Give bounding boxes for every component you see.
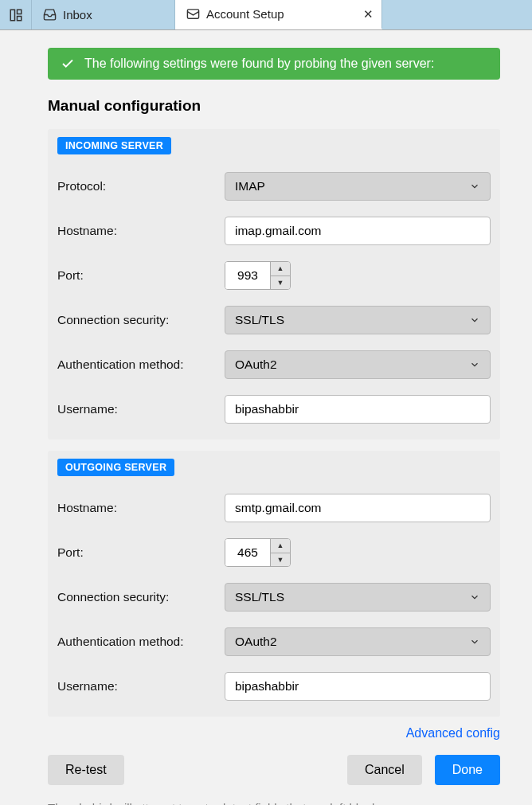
incoming-auth-value: OAuth2 <box>235 358 277 372</box>
section-title: Manual configuration <box>48 97 500 115</box>
protocol-select[interactable]: IMAP <box>225 172 491 201</box>
incoming-username-input[interactable] <box>225 395 491 424</box>
incoming-connsec-label: Connection security: <box>57 313 225 327</box>
outgoing-port-input[interactable] <box>225 539 270 566</box>
outgoing-username-input[interactable] <box>225 672 491 701</box>
outgoing-port-stepper[interactable]: ▲ ▼ <box>225 538 291 567</box>
incoming-username-label: Username: <box>57 402 225 416</box>
chevron-down-icon <box>469 315 480 326</box>
incoming-server-block: INCOMING SERVER Protocol: IMAP Hostname:… <box>48 129 500 440</box>
outgoing-auth-value: OAuth2 <box>235 635 277 649</box>
hint-autodetect: Thunderbird will attempt to auto-detect … <box>48 801 500 805</box>
retest-button[interactable]: Re-test <box>48 755 124 785</box>
incoming-auth-select[interactable]: OAuth2 <box>225 350 491 379</box>
advanced-config-link[interactable]: Advanced config <box>48 726 500 741</box>
spinner-down-icon[interactable]: ▼ <box>271 276 290 290</box>
incoming-port-input[interactable] <box>225 262 270 289</box>
inbox-icon <box>43 8 57 21</box>
incoming-hostname-input[interactable] <box>225 217 491 245</box>
tab-account-setup-label: Account Setup <box>206 7 284 21</box>
outgoing-auth-label: Authentication method: <box>57 635 225 649</box>
chevron-down-icon <box>469 359 480 370</box>
done-button[interactable]: Done <box>435 755 500 785</box>
outgoing-auth-select[interactable]: OAuth2 <box>225 627 491 656</box>
tab-account-setup[interactable]: Account Setup ✕ <box>175 0 382 29</box>
check-icon <box>61 57 75 71</box>
tab-inbox-label: Inbox <box>63 8 92 21</box>
outgoing-hostname-label: Hostname: <box>57 501 225 515</box>
svg-rect-0 <box>10 10 14 21</box>
svg-rect-1 <box>17 10 21 14</box>
cancel-button[interactable]: Cancel <box>347 755 422 785</box>
settings-icon <box>186 7 200 21</box>
spinner-down-icon[interactable]: ▼ <box>271 553 290 567</box>
protocol-label: Protocol: <box>57 179 225 193</box>
incoming-port-stepper[interactable]: ▲ ▼ <box>225 261 291 290</box>
incoming-hostname-label: Hostname: <box>57 224 225 238</box>
incoming-auth-label: Authentication method: <box>57 358 225 372</box>
spaces-toolbar-icon[interactable] <box>0 0 32 29</box>
outgoing-heading: OUTGOING SERVER <box>57 459 174 476</box>
outgoing-server-block: OUTGOING SERVER Hostname: Port: ▲ ▼ Conn… <box>48 451 500 717</box>
outgoing-username-label: Username: <box>57 679 225 694</box>
outgoing-hostname-input[interactable] <box>225 494 491 522</box>
chevron-down-icon <box>469 181 480 192</box>
tab-inbox[interactable]: Inbox <box>32 0 175 29</box>
close-icon[interactable]: ✕ <box>363 7 374 21</box>
outgoing-connsec-label: Connection security: <box>57 590 225 604</box>
tab-bar: Inbox Account Setup ✕ <box>0 0 532 30</box>
success-banner: The following settings were found by pro… <box>48 48 500 80</box>
svg-rect-3 <box>187 10 198 18</box>
spinner-up-icon[interactable]: ▲ <box>271 539 290 553</box>
chevron-down-icon <box>469 592 480 603</box>
outgoing-port-label: Port: <box>57 545 225 560</box>
incoming-connsec-value: SSL/TLS <box>235 313 284 327</box>
incoming-heading: INCOMING SERVER <box>57 137 171 154</box>
protocol-value: IMAP <box>235 179 265 193</box>
chevron-down-icon <box>469 636 480 647</box>
incoming-connsec-select[interactable]: SSL/TLS <box>225 306 491 334</box>
outgoing-connsec-select[interactable]: SSL/TLS <box>225 583 491 612</box>
svg-rect-2 <box>17 16 21 20</box>
banner-text: The following settings were found by pro… <box>84 57 434 71</box>
outgoing-connsec-value: SSL/TLS <box>235 590 284 604</box>
incoming-port-label: Port: <box>57 268 225 283</box>
spinner-up-icon[interactable]: ▲ <box>271 262 290 276</box>
